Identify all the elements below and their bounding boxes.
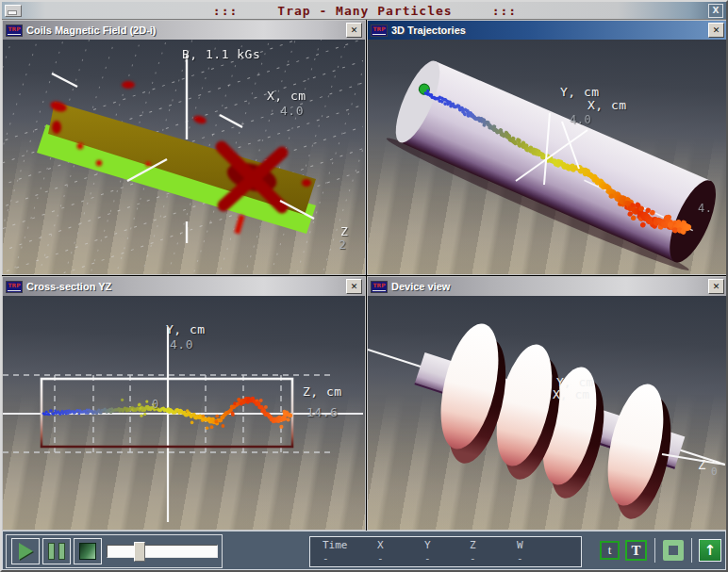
window-title: ::: Trap - Many Particles ::: bbox=[22, 4, 708, 18]
stop-icon bbox=[79, 543, 96, 560]
coils-titlebar[interactable]: TRP Coils Magnetic Field (2D-i) ✕ bbox=[3, 21, 365, 41]
status-label: Y bbox=[424, 539, 431, 551]
z-axis-label: Z, cm bbox=[303, 384, 342, 399]
window-menu-icon[interactable] bbox=[5, 5, 22, 17]
status-label: Z bbox=[470, 539, 476, 551]
status-label: W bbox=[517, 539, 523, 551]
toolbar-divider bbox=[691, 538, 692, 563]
panel-device-view: TRP Device view ✕ bbox=[367, 276, 728, 531]
status-value: - bbox=[323, 552, 329, 564]
panel-cross-section-yz: TRP Cross-section YZ ✕ bbox=[2, 276, 366, 531]
cylinder-group bbox=[384, 56, 725, 273]
play-button[interactable] bbox=[11, 538, 40, 564]
trajectory-cylinder-plot bbox=[368, 40, 725, 273]
y-axis-label: Y, cm bbox=[166, 322, 206, 336]
time-slider-track[interactable] bbox=[107, 545, 218, 558]
z-axis-value: 0 bbox=[711, 466, 718, 478]
status-label: Time bbox=[323, 539, 348, 551]
device-viewport[interactable]: Y, cm X, cm Z 0 bbox=[368, 296, 727, 530]
z-axis-value: 14.6 bbox=[306, 405, 338, 419]
status-value: - bbox=[424, 552, 431, 564]
x-axis-value: 4.0 bbox=[570, 113, 591, 126]
close-window-button[interactable]: X bbox=[708, 4, 723, 18]
z-axis-value: 2 bbox=[339, 237, 346, 252]
title-decoration-left: ::: bbox=[213, 4, 238, 18]
trajectories-viewport[interactable]: Y, cm X, cm 4.0 4. bbox=[368, 40, 727, 274]
axis-end-value: 4. bbox=[698, 202, 712, 215]
title-decoration-right: ::: bbox=[492, 4, 517, 18]
play-icon bbox=[19, 543, 33, 560]
up-arrow-button[interactable]: ↑ bbox=[699, 539, 721, 562]
main-titlebar[interactable]: ::: Trap - Many Particles ::: X bbox=[2, 2, 726, 20]
toolbar-divider bbox=[654, 538, 655, 563]
cross-section-titlebar[interactable]: TRP Cross-section YZ ✕ bbox=[3, 277, 365, 297]
x-axis-label: X, cm bbox=[553, 387, 589, 401]
coil-disks bbox=[427, 319, 683, 525]
big-t-toggle-button[interactable]: T bbox=[625, 540, 647, 561]
playback-group bbox=[6, 534, 223, 568]
y-axis-label: Y, cm bbox=[560, 85, 600, 99]
cross-section-close-icon[interactable]: ✕ bbox=[346, 279, 362, 294]
magnetic-field-surface-plot bbox=[3, 40, 363, 273]
trp-logo-icon: TRP bbox=[6, 281, 23, 293]
stop-button[interactable] bbox=[74, 538, 102, 564]
device-close-icon[interactable]: ✕ bbox=[708, 279, 724, 294]
panel-3d-trajectories: TRP 3D Trajectories ✕ bbox=[367, 20, 728, 275]
trp-logo-icon: TRP bbox=[6, 25, 23, 37]
trp-logo-icon: TRP bbox=[371, 25, 388, 37]
origin-label: 0 bbox=[152, 398, 159, 411]
b-axis-label: B, 1.1 kGs bbox=[182, 47, 260, 61]
small-t-toggle-button[interactable]: t bbox=[600, 541, 620, 560]
title-text: Trap - Many Particles bbox=[277, 4, 452, 18]
trajectories-title: 3D Trajectories bbox=[391, 25, 708, 36]
bottom-toolbar: Time - X - Y - Z - W - t T ↑ bbox=[2, 531, 726, 570]
application-window: ::: Trap - Many Particles ::: X TRP Coil… bbox=[0, 0, 728, 572]
trajectories-close-icon[interactable]: ✕ bbox=[708, 23, 724, 38]
z-axis-label: Z bbox=[340, 224, 348, 238]
time-slider-thumb[interactable] bbox=[134, 542, 145, 562]
cross-section-title: Cross-section YZ bbox=[26, 281, 346, 292]
pause-icon bbox=[48, 543, 65, 560]
status-value: - bbox=[377, 552, 384, 564]
status-value: - bbox=[470, 552, 476, 564]
panel-coils-magnetic-field: TRP Coils Magnetic Field (2D-i) ✕ bbox=[2, 20, 366, 275]
x-axis-label: X, cm bbox=[267, 89, 306, 103]
pause-button[interactable] bbox=[42, 538, 71, 564]
status-readout: Time - X - Y - Z - W - bbox=[309, 536, 582, 567]
coils-close-icon[interactable]: ✕ bbox=[346, 23, 362, 38]
device-title: Device view bbox=[391, 281, 708, 292]
z-axis-label: Z bbox=[698, 457, 705, 472]
trajectories-titlebar[interactable]: TRP 3D Trajectories ✕ bbox=[368, 21, 727, 41]
coils-viewport[interactable]: B, 1.1 kGs X, cm 4.0 Z 2 bbox=[3, 40, 365, 274]
cross-section-viewport[interactable]: Y, cm 4.0 Z, cm 14.6 0 bbox=[3, 296, 365, 530]
square-indicator-button[interactable] bbox=[663, 540, 684, 561]
trp-logo-icon: TRP bbox=[371, 281, 388, 293]
device-coils-render: Y, cm X, cm Z 0 bbox=[368, 296, 725, 528]
device-titlebar[interactable]: TRP Device view ✕ bbox=[368, 277, 727, 297]
status-value: - bbox=[517, 552, 523, 564]
x-axis-value: 4.0 bbox=[280, 104, 304, 118]
status-label: X bbox=[377, 539, 384, 551]
x-axis-label: X, cm bbox=[587, 98, 627, 112]
coils-title: Coils Magnetic Field (2D-i) bbox=[26, 25, 346, 36]
y-axis-value: 4.0 bbox=[170, 337, 193, 351]
